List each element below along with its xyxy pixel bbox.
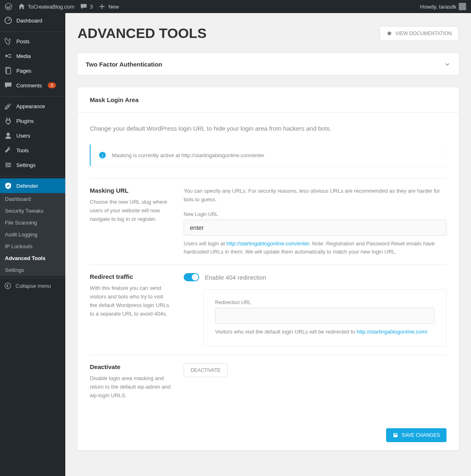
redirection-url-input[interactable]: [215, 308, 435, 324]
new-label: New: [108, 4, 119, 10]
login-url-link[interactable]: http://startingablogonline.com/enter: [227, 240, 309, 247]
chevron-down-icon: [444, 61, 451, 68]
admin-sidebar: Dashboard Posts Media Pages Comments3 Ap…: [0, 13, 65, 476]
avatar-icon: [459, 3, 466, 10]
home-icon: [18, 3, 25, 10]
account-link[interactable]: Howdy, tarasdk: [420, 3, 466, 10]
save-changes-button[interactable]: SAVE CHANGES: [386, 428, 447, 442]
site-link[interactable]: ToCreateaBlog.com: [18, 3, 74, 10]
svg-point-10: [9, 164, 10, 166]
comment-icon: [80, 3, 87, 10]
masking-url-help: You can specify any URLs. For security r…: [184, 187, 447, 204]
save-icon: [393, 432, 398, 438]
svg-point-9: [6, 162, 8, 164]
sidebar-item-media[interactable]: Media: [0, 49, 65, 63]
sidebar-item-settings[interactable]: Settings: [0, 158, 65, 172]
info-icon: i: [99, 151, 106, 159]
two-factor-toggle[interactable]: Two Factor Authentication: [78, 53, 459, 75]
sub-item-file-scanning[interactable]: File Scanning: [0, 217, 65, 229]
two-factor-title: Two Factor Authentication: [86, 61, 162, 68]
deactivate-button[interactable]: DEACTIVATE: [184, 363, 228, 377]
redirection-box: Redirection URL Visitors who visit the d…: [203, 289, 447, 347]
redirect-hint: With this feature you can send visitors …: [90, 284, 171, 318]
sub-item-security-tweaks[interactable]: Security Tweaks: [0, 205, 65, 217]
admin-toolbar: ToCreateaBlog.com 3 New Howdy, tarasdk: [0, 0, 471, 13]
sub-item-advanced-tools[interactable]: Advanced Tools: [0, 252, 65, 264]
redirect-label: Redirect traffic: [90, 273, 171, 280]
comment-count: 3: [90, 4, 93, 10]
masking-url-label: Masking URL: [90, 187, 171, 194]
site-name: ToCreateaBlog.com: [28, 4, 74, 10]
svg-point-11: [7, 166, 9, 167]
academy-icon: [387, 31, 392, 36]
new-login-url-label: New Login URL: [184, 211, 447, 217]
svg-point-5: [7, 133, 10, 136]
new-login-url-input[interactable]: [184, 220, 447, 236]
masking-url-hint: Choose the new URL slug where users of y…: [90, 198, 171, 223]
sidebar-item-plugins[interactable]: Plugins: [0, 113, 65, 128]
info-banner: i Masking is currently active at http://…: [90, 144, 447, 166]
redirection-url-label: Redirection URL: [215, 300, 435, 305]
main-content: ADVANCED TOOLS VIEW DOCUMENTATION Two Fa…: [65, 13, 471, 476]
svg-point-12: [5, 283, 11, 289]
collapse-menu-button[interactable]: Collapse menu: [0, 278, 65, 294]
sidebar-item-defender[interactable]: Defender: [0, 178, 65, 193]
two-factor-accordion: Two Factor Authentication: [78, 53, 459, 75]
sidebar-item-dashboard[interactable]: Dashboard: [0, 13, 65, 28]
sub-item-ip-lockouts[interactable]: IP Lockouts: [0, 240, 65, 252]
deactivate-row: Deactivate Disable login area masking an…: [90, 355, 447, 408]
new-link[interactable]: New: [98, 3, 119, 10]
svg-rect-4: [7, 68, 11, 74]
comments-link[interactable]: 3: [80, 3, 93, 10]
howdy-text: Howdy, tarasdk: [420, 4, 456, 10]
info-text: Masking is currently active at http://st…: [112, 152, 264, 158]
sidebar-item-tools[interactable]: Tools: [0, 143, 65, 158]
redirection-note: Visitors who visit the default login URL…: [215, 328, 435, 336]
masking-url-row: Masking URL Choose the new URL slug wher…: [90, 178, 447, 265]
sidebar-item-posts[interactable]: Posts: [0, 34, 65, 49]
sub-item-settings[interactable]: Settings: [0, 264, 65, 276]
plus-icon: [98, 3, 106, 10]
svg-text:i: i: [102, 153, 103, 158]
redirection-url-link[interactable]: http://startingablogonline.com/: [357, 329, 427, 335]
page-title: ADVANCED TOOLS: [78, 25, 207, 41]
sidebar-item-pages[interactable]: Pages: [0, 63, 65, 78]
sub-item-audit-logging[interactable]: Audit Logging: [0, 229, 65, 240]
svg-point-2: [5, 55, 8, 57]
redirect-row: Redirect traffic With this feature you c…: [90, 265, 447, 355]
mask-login-card: Mask Login Area Change your default Word…: [78, 87, 459, 450]
sub-item-dashboard[interactable]: Dashboard: [0, 193, 65, 205]
mask-login-header: Mask Login Area: [78, 87, 459, 113]
defender-submenu: Dashboard Security Tweaks File Scanning …: [0, 193, 65, 276]
new-login-url-note: Users will login at http://startingablog…: [184, 240, 447, 257]
view-documentation-button[interactable]: VIEW DOCUMENTATION: [380, 26, 459, 41]
sidebar-item-appearance[interactable]: Appearance: [0, 99, 65, 113]
sidebar-item-users[interactable]: Users: [0, 128, 65, 143]
comments-badge: 3: [48, 82, 56, 88]
sidebar-item-comments[interactable]: Comments3: [0, 78, 65, 93]
deactivate-label: Deactivate: [90, 363, 171, 370]
redirect-toggle[interactable]: [184, 273, 199, 281]
redirect-toggle-label: Enable 404 redirection: [205, 274, 266, 281]
wp-logo-icon[interactable]: [5, 3, 12, 10]
deactivate-hint: Disable login area masking and return to…: [90, 374, 171, 400]
mask-description: Change your default WordPress login URL …: [90, 125, 447, 132]
